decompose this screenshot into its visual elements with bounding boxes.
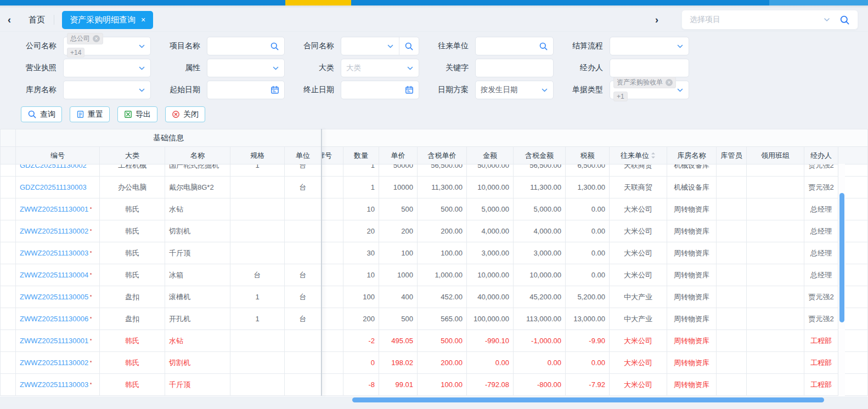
back-chevron-icon[interactable]: ‹ bbox=[8, 14, 20, 26]
filter-keyword-control[interactable] bbox=[475, 59, 554, 77]
column-header-spec[interactable]: 规格 bbox=[230, 147, 285, 164]
chevron-down-icon[interactable] bbox=[138, 65, 145, 72]
tab-asset-purchase-query[interactable]: 资产采购明细查询 × bbox=[62, 11, 153, 29]
doc-link[interactable]: ZWWZ202511130005 bbox=[20, 293, 88, 301]
filter-field-counterparty: 往来单位 bbox=[437, 37, 554, 55]
column-header-supplier[interactable]: 往来单位 bbox=[610, 147, 667, 164]
cell-qty: 0 bbox=[343, 352, 379, 374]
table-row[interactable]: ZWWZ202511130002韩氏切割机20200200.004,000.00… bbox=[1, 220, 868, 242]
doc-link[interactable]: ZWWZ202511130002 bbox=[20, 227, 88, 235]
doc-link[interactable]: ZWWZ202511130003 bbox=[20, 380, 88, 389]
filter-contract-name-control[interactable] bbox=[341, 37, 419, 55]
close-button[interactable]: 关闭 bbox=[165, 106, 205, 122]
column-header-price[interactable]: 单价 bbox=[379, 147, 418, 164]
column-header-team[interactable]: 领用班组 bbox=[747, 147, 804, 164]
filter-counterparty-control[interactable] bbox=[475, 37, 554, 55]
horizontal-scroll-thumb[interactable] bbox=[352, 397, 824, 402]
chevron-down-icon[interactable] bbox=[272, 65, 279, 72]
table-row[interactable]: GDZC202511130003办公电脑戴尔电脑8G*2台11000011,30… bbox=[1, 177, 868, 198]
filter-category-control[interactable]: 大类 bbox=[341, 59, 419, 77]
filter-doc-type-control[interactable]: 资产采购验收单×+1 bbox=[610, 81, 689, 99]
search-icon[interactable] bbox=[270, 42, 279, 51]
forward-chevron-icon[interactable]: › bbox=[655, 14, 667, 26]
calendar-icon[interactable] bbox=[270, 86, 279, 94]
calendar-icon[interactable] bbox=[405, 86, 414, 94]
cell-unit: 台 bbox=[285, 177, 322, 198]
doc-link[interactable]: ZWWZ202511130002 bbox=[20, 359, 88, 367]
search-icon[interactable] bbox=[839, 15, 850, 25]
cell-team bbox=[747, 286, 804, 308]
tag-close-icon[interactable]: × bbox=[666, 79, 673, 86]
tab-home[interactable]: 首页 bbox=[29, 15, 45, 25]
table-row[interactable]: ZWWZ202511130005盘扣滚槽机1台100400452.0040,00… bbox=[1, 286, 868, 308]
column-header-tax[interactable]: 税额 bbox=[566, 147, 610, 164]
search-icon[interactable] bbox=[404, 42, 414, 51]
column-header-qty[interactable]: 数量 bbox=[343, 147, 379, 164]
doc-link[interactable]: ZWWZ202511130001 bbox=[20, 205, 88, 213]
vertical-scrollbar[interactable] bbox=[838, 164, 845, 396]
chevron-down-icon[interactable] bbox=[138, 43, 145, 50]
cell-price_tax: 500.00 bbox=[418, 330, 467, 352]
filter-handler-control[interactable] bbox=[610, 59, 689, 77]
chevron-down-icon[interactable] bbox=[823, 16, 831, 24]
doc-link[interactable]: ZWWZ202511130001 bbox=[20, 337, 88, 345]
tag-close-icon[interactable]: × bbox=[93, 35, 100, 42]
chevron-down-icon[interactable] bbox=[407, 65, 414, 72]
doc-link[interactable]: ZWWZ202511130004 bbox=[20, 271, 88, 279]
table-row[interactable]: ZWWZ202511130003韩氏千斤顶30100100.003,000.00… bbox=[1, 242, 868, 264]
filter-warehouse-name-control[interactable] bbox=[63, 81, 151, 99]
chevron-down-icon[interactable] bbox=[387, 43, 394, 50]
filter-project-name-control[interactable] bbox=[207, 37, 285, 55]
filter-attribute-control[interactable] bbox=[207, 59, 285, 77]
column-header-agent[interactable]: 经办人 bbox=[804, 147, 838, 164]
project-select[interactable]: 选择项目 bbox=[681, 10, 858, 30]
chevron-down-icon[interactable] bbox=[677, 87, 684, 94]
filter-business-license-control[interactable] bbox=[63, 59, 151, 77]
table-row[interactable]: ZWWZ202511130004韩氏冰箱台台1010001,000.0010,0… bbox=[1, 264, 868, 286]
filter-company-name-control[interactable]: 总公司×+14 bbox=[63, 37, 151, 55]
chevron-down-icon[interactable] bbox=[677, 43, 684, 50]
horizontal-scrollbar[interactable] bbox=[0, 396, 868, 404]
cell-team bbox=[747, 308, 804, 330]
column-header-keeper[interactable]: 库管员 bbox=[717, 147, 747, 164]
vertical-scroll-thumb[interactable] bbox=[839, 193, 844, 322]
table-row[interactable]: ZWWZ202511130003韩氏千斤顶-899.01100.00-792.0… bbox=[1, 374, 868, 396]
chevron-down-icon[interactable] bbox=[138, 87, 145, 94]
doc-link[interactable]: ZWWZ202511130003 bbox=[20, 249, 88, 257]
filter-settlement-flow-control[interactable] bbox=[610, 37, 689, 55]
cell-keeper bbox=[717, 264, 747, 286]
column-header-name[interactable]: 名称 bbox=[165, 147, 230, 164]
table-row[interactable]: ZWWZ202511130002韩氏切割机0198.02200.000.000.… bbox=[1, 352, 868, 374]
column-header-amount[interactable]: 金额 bbox=[467, 147, 514, 164]
sort-icon[interactable] bbox=[651, 152, 656, 161]
column-header-amount_tax[interactable]: 含税金额 bbox=[514, 147, 566, 164]
column-header-code[interactable]: 编号 bbox=[16, 147, 100, 164]
doc-link[interactable]: GDZC202511130002 bbox=[20, 164, 87, 169]
cell-team bbox=[747, 242, 804, 264]
column-header-brand[interactable]: 牌号 bbox=[322, 147, 343, 164]
chevron-down-icon[interactable] bbox=[541, 87, 548, 94]
cell-warehouse: 机械设备库 bbox=[667, 177, 717, 198]
filter-date-scheme-control[interactable]: 按发生日期 bbox=[475, 81, 554, 99]
column-header-unit[interactable]: 单位 bbox=[285, 147, 322, 164]
tab-close-icon[interactable]: × bbox=[141, 15, 145, 24]
gutter-cell bbox=[1, 164, 16, 177]
search-icon[interactable] bbox=[539, 42, 548, 51]
filter-end-date-control[interactable] bbox=[341, 81, 419, 99]
doc-link[interactable]: ZWWZ202511130006 bbox=[20, 315, 88, 323]
column-header-price_tax[interactable]: 含税单价 bbox=[418, 147, 467, 164]
table-row[interactable]: ZWWZ202511130006盘扣开孔机1台200500565.00100,0… bbox=[1, 308, 868, 330]
cell-spec bbox=[230, 374, 285, 396]
query-button[interactable]: 查询 bbox=[21, 106, 62, 122]
filter-field-start-date: 起始日期 bbox=[168, 81, 285, 99]
annotation-dot bbox=[90, 229, 92, 231]
table-row[interactable]: ZWWZ202511130001韩氏水钻10500500.005,000.005… bbox=[1, 198, 868, 220]
column-header-warehouse[interactable]: 库房名称 bbox=[667, 147, 717, 164]
table-row[interactable]: ZWWZ202511130001韩氏水钻-2495.05500.00-990.1… bbox=[1, 330, 868, 352]
table-row[interactable]: GDZC202511130002工程机械国产轮式挖掘机1台15000056,50… bbox=[1, 164, 868, 177]
export-button[interactable]: 导出 bbox=[117, 106, 157, 122]
doc-link[interactable]: GDZC202511130003 bbox=[20, 183, 87, 191]
filter-start-date-control[interactable] bbox=[207, 81, 285, 99]
column-header-category[interactable]: 大类 bbox=[100, 147, 165, 164]
reset-button[interactable]: 重置 bbox=[70, 106, 110, 122]
